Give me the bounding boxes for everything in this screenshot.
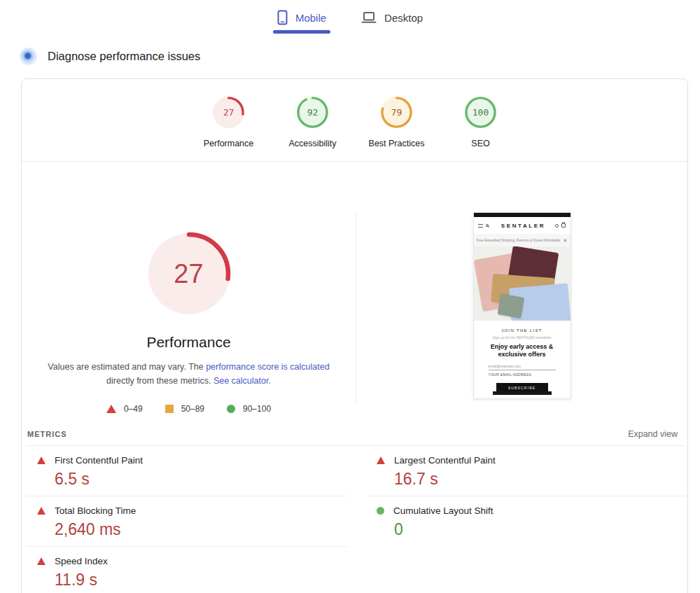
metrics-column-left: First Contentful Paint 6.5 s Total Block… [27,446,347,593]
thumb-bottom-bar [493,391,552,395]
metric-value: 11.9 s [55,571,347,589]
metrics-grid: First Contentful Paint 6.5 s Total Block… [22,446,687,593]
banner-close-icon: ✕ [564,238,568,243]
bag-icon [561,223,566,228]
see-calculator-link[interactable]: See calculator. [214,376,271,386]
metric-status-icon [37,456,46,464]
metric-status-icon [37,557,46,565]
category-score-gauge[interactable]: 79 Best Practices [355,96,439,148]
metric-value: 16.7 s [394,470,687,489]
legend-range: 90–100 [243,404,271,414]
email-input: email@example.com [489,364,556,370]
big-performance-gauge: 27 [147,232,231,316]
metric-row: Total Blocking Time 2,640 ms [27,496,347,547]
metric-value: 0 [394,520,687,539]
score-value: 92 [296,96,329,129]
metric-name: Speed Index [55,556,108,566]
desktop-laptop-icon [361,11,377,24]
triangle-legend-icon [106,405,116,413]
score-value: 27 [212,96,245,129]
email-label: YOUR EMAIL ADDRESS [489,372,556,377]
mobile-phone-icon [277,10,288,25]
newsletter-headline: Enjoy early access & exclusive offers [479,343,565,358]
tab-mobile-label: Mobile [295,12,326,24]
legend-range: 50–89 [181,404,204,414]
active-tab-indicator [273,30,330,34]
page-title: Diagnose performance issues [48,50,200,63]
screenshot-column: SENTALER Free Expedited Shipping, Return… [356,162,687,421]
metrics-section-label: METRICS [27,430,67,438]
diagnose-header: Diagnose performance issues [20,48,700,65]
search-icon [486,224,489,227]
pagespeed-insights-icon [20,48,37,65]
legend-range: 0–49 [124,404,143,414]
fabric-swatch [497,293,524,318]
metric-name: Total Blocking Time [55,505,136,516]
metric-row: Speed Index 11.9 s [27,547,347,593]
category-scores-row: 27 Performance 92 Accessibility 79 Best … [22,79,687,148]
device-tabs: Mobile Desktop [0,0,700,34]
category-score-gauge[interactable]: 100 SEO [439,96,523,148]
page-screenshot-thumbnail: SENTALER Free Expedited Shipping, Return… [473,212,571,399]
score-value: 79 [380,96,413,129]
performance-title: Performance [22,334,356,351]
disclaimer-pre: Values are estimated and may vary. The [48,362,206,372]
newsletter-modal: JOIN THE LIST Sign up for the SENTALER n… [474,321,570,398]
tab-mobile[interactable]: Mobile [276,7,328,34]
performance-score-value: 27 [147,232,231,316]
newsletter-subtitle: Sign up for the SENTALER newsletter [474,335,570,340]
disclaimer-mid: directly from these metrics. [106,376,214,386]
hamburger-icon [478,224,483,228]
thumb-site-header: SENTALER [474,217,570,234]
legend-item: 0–49 [106,404,143,414]
site-logo: SENTALER [501,223,545,229]
metric-status-icon [37,507,46,515]
square-legend-icon [165,405,174,413]
tab-desktop-label: Desktop [384,12,423,24]
metric-value: 6.5 s [55,470,347,489]
performance-score-link[interactable]: performance score is calculated [206,362,329,372]
tab-desktop[interactable]: Desktop [360,7,424,34]
score-label: Accessibility [288,139,336,148]
category-score-gauge[interactable]: 92 Accessibility [271,96,355,148]
report-card: 27 Performance 92 Accessibility 79 Best … [21,78,688,593]
metric-row: Cumulative Layout Shift 0 [366,496,687,546]
metric-row: Largest Contentful Paint 16.7 s [366,446,687,496]
expand-view-button[interactable]: Expand view [628,429,678,439]
metric-status-icon [377,507,384,515]
score-value: 100 [464,96,497,129]
metrics-header: METRICS Expand view [27,429,678,439]
account-icon [555,224,559,228]
metric-name: Cumulative Layout Shift [393,505,493,516]
hero-fabric-image [474,246,570,321]
score-label: Best Practices [369,139,425,148]
score-legend: 0–4950–8990–100 [22,404,356,414]
score-label: Performance [204,139,254,148]
promo-banner: Free Expedited Shipping, Returns & Dutie… [474,234,570,246]
metric-name: First Contentful Paint [55,455,143,466]
legend-item: 50–89 [165,404,204,414]
performance-gauge-column: 27 Performance Values are estimated and … [22,162,356,421]
metric-status-icon [377,456,385,464]
metrics-column-right: Largest Contentful Paint 16.7 s Cumulati… [366,446,687,593]
metric-name: Largest Contentful Paint [394,455,496,466]
score-label: SEO [471,139,489,148]
circle-legend-icon [227,405,235,413]
metric-row: First Contentful Paint 6.5 s [27,446,347,496]
promo-banner-text: Free Expedited Shipping, Returns & Dutie… [477,238,561,242]
category-score-gauge[interactable]: 27 Performance [187,96,271,148]
performance-summary-section: 27 Performance Values are estimated and … [22,162,687,421]
legend-item: 90–100 [227,404,271,414]
disclaimer-text: Values are estimated and may vary. The p… [38,360,340,388]
join-list-title: JOIN THE LIST [474,328,570,333]
metric-value: 2,640 ms [55,520,347,539]
